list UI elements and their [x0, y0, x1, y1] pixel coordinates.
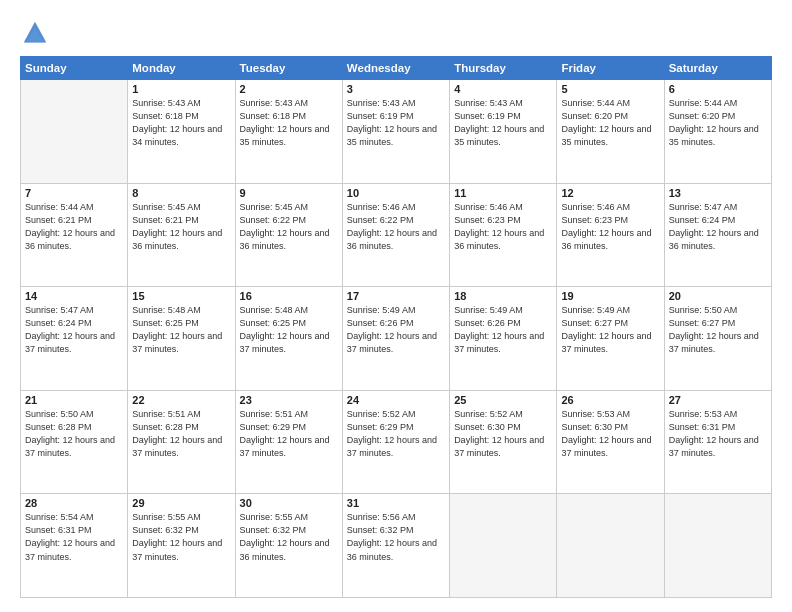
cell-info: Sunrise: 5:49 AMSunset: 6:26 PMDaylight:… — [454, 304, 552, 356]
day-number: 28 — [25, 497, 123, 509]
cell-info: Sunrise: 5:47 AMSunset: 6:24 PMDaylight:… — [669, 201, 767, 253]
calendar-cell — [664, 494, 771, 598]
calendar-cell: 4Sunrise: 5:43 AMSunset: 6:19 PMDaylight… — [450, 80, 557, 184]
calendar-col-friday: Friday — [557, 57, 664, 80]
day-number: 18 — [454, 290, 552, 302]
cell-info: Sunrise: 5:43 AMSunset: 6:18 PMDaylight:… — [240, 97, 338, 149]
cell-info: Sunrise: 5:45 AMSunset: 6:21 PMDaylight:… — [132, 201, 230, 253]
calendar-cell: 19Sunrise: 5:49 AMSunset: 6:27 PMDayligh… — [557, 287, 664, 391]
day-number: 6 — [669, 83, 767, 95]
day-number: 4 — [454, 83, 552, 95]
calendar-cell: 29Sunrise: 5:55 AMSunset: 6:32 PMDayligh… — [128, 494, 235, 598]
day-number: 27 — [669, 394, 767, 406]
cell-info: Sunrise: 5:43 AMSunset: 6:19 PMDaylight:… — [347, 97, 445, 149]
day-number: 19 — [561, 290, 659, 302]
calendar-cell — [557, 494, 664, 598]
day-number: 8 — [132, 187, 230, 199]
calendar-cell: 15Sunrise: 5:48 AMSunset: 6:25 PMDayligh… — [128, 287, 235, 391]
cell-info: Sunrise: 5:55 AMSunset: 6:32 PMDaylight:… — [240, 511, 338, 563]
cell-info: Sunrise: 5:49 AMSunset: 6:26 PMDaylight:… — [347, 304, 445, 356]
calendar-cell: 17Sunrise: 5:49 AMSunset: 6:26 PMDayligh… — [342, 287, 449, 391]
day-number: 23 — [240, 394, 338, 406]
logo — [20, 18, 54, 48]
cell-info: Sunrise: 5:46 AMSunset: 6:23 PMDaylight:… — [561, 201, 659, 253]
calendar-cell: 1Sunrise: 5:43 AMSunset: 6:18 PMDaylight… — [128, 80, 235, 184]
day-number: 26 — [561, 394, 659, 406]
day-number: 15 — [132, 290, 230, 302]
calendar-week-1: 1Sunrise: 5:43 AMSunset: 6:18 PMDaylight… — [21, 80, 772, 184]
calendar-cell: 6Sunrise: 5:44 AMSunset: 6:20 PMDaylight… — [664, 80, 771, 184]
cell-info: Sunrise: 5:53 AMSunset: 6:30 PMDaylight:… — [561, 408, 659, 460]
calendar-cell: 21Sunrise: 5:50 AMSunset: 6:28 PMDayligh… — [21, 390, 128, 494]
calendar-cell — [21, 80, 128, 184]
day-number: 3 — [347, 83, 445, 95]
calendar-cell: 12Sunrise: 5:46 AMSunset: 6:23 PMDayligh… — [557, 183, 664, 287]
calendar-cell: 16Sunrise: 5:48 AMSunset: 6:25 PMDayligh… — [235, 287, 342, 391]
calendar-week-2: 7Sunrise: 5:44 AMSunset: 6:21 PMDaylight… — [21, 183, 772, 287]
day-number: 7 — [25, 187, 123, 199]
cell-info: Sunrise: 5:52 AMSunset: 6:30 PMDaylight:… — [454, 408, 552, 460]
logo-icon — [20, 18, 50, 48]
cell-info: Sunrise: 5:44 AMSunset: 6:20 PMDaylight:… — [669, 97, 767, 149]
cell-info: Sunrise: 5:46 AMSunset: 6:22 PMDaylight:… — [347, 201, 445, 253]
calendar-cell: 30Sunrise: 5:55 AMSunset: 6:32 PMDayligh… — [235, 494, 342, 598]
calendar-cell: 7Sunrise: 5:44 AMSunset: 6:21 PMDaylight… — [21, 183, 128, 287]
day-number: 12 — [561, 187, 659, 199]
calendar-week-4: 21Sunrise: 5:50 AMSunset: 6:28 PMDayligh… — [21, 390, 772, 494]
calendar-cell: 8Sunrise: 5:45 AMSunset: 6:21 PMDaylight… — [128, 183, 235, 287]
day-number: 5 — [561, 83, 659, 95]
calendar-header-row: SundayMondayTuesdayWednesdayThursdayFrid… — [21, 57, 772, 80]
day-number: 10 — [347, 187, 445, 199]
calendar-col-sunday: Sunday — [21, 57, 128, 80]
cell-info: Sunrise: 5:47 AMSunset: 6:24 PMDaylight:… — [25, 304, 123, 356]
day-number: 9 — [240, 187, 338, 199]
calendar-cell: 26Sunrise: 5:53 AMSunset: 6:30 PMDayligh… — [557, 390, 664, 494]
day-number: 2 — [240, 83, 338, 95]
cell-info: Sunrise: 5:45 AMSunset: 6:22 PMDaylight:… — [240, 201, 338, 253]
cell-info: Sunrise: 5:56 AMSunset: 6:32 PMDaylight:… — [347, 511, 445, 563]
calendar-cell: 11Sunrise: 5:46 AMSunset: 6:23 PMDayligh… — [450, 183, 557, 287]
day-number: 30 — [240, 497, 338, 509]
cell-info: Sunrise: 5:43 AMSunset: 6:19 PMDaylight:… — [454, 97, 552, 149]
day-number: 20 — [669, 290, 767, 302]
calendar-cell: 28Sunrise: 5:54 AMSunset: 6:31 PMDayligh… — [21, 494, 128, 598]
cell-info: Sunrise: 5:51 AMSunset: 6:29 PMDaylight:… — [240, 408, 338, 460]
day-number: 11 — [454, 187, 552, 199]
cell-info: Sunrise: 5:43 AMSunset: 6:18 PMDaylight:… — [132, 97, 230, 149]
day-number: 21 — [25, 394, 123, 406]
calendar-cell: 3Sunrise: 5:43 AMSunset: 6:19 PMDaylight… — [342, 80, 449, 184]
cell-info: Sunrise: 5:53 AMSunset: 6:31 PMDaylight:… — [669, 408, 767, 460]
cell-info: Sunrise: 5:55 AMSunset: 6:32 PMDaylight:… — [132, 511, 230, 563]
calendar-col-wednesday: Wednesday — [342, 57, 449, 80]
calendar-cell: 20Sunrise: 5:50 AMSunset: 6:27 PMDayligh… — [664, 287, 771, 391]
calendar-cell: 9Sunrise: 5:45 AMSunset: 6:22 PMDaylight… — [235, 183, 342, 287]
cell-info: Sunrise: 5:44 AMSunset: 6:20 PMDaylight:… — [561, 97, 659, 149]
calendar-cell: 13Sunrise: 5:47 AMSunset: 6:24 PMDayligh… — [664, 183, 771, 287]
page: SundayMondayTuesdayWednesdayThursdayFrid… — [0, 0, 792, 612]
calendar-cell — [450, 494, 557, 598]
calendar-col-tuesday: Tuesday — [235, 57, 342, 80]
day-number: 14 — [25, 290, 123, 302]
day-number: 13 — [669, 187, 767, 199]
calendar-table: SundayMondayTuesdayWednesdayThursdayFrid… — [20, 56, 772, 598]
calendar-cell: 10Sunrise: 5:46 AMSunset: 6:22 PMDayligh… — [342, 183, 449, 287]
day-number: 17 — [347, 290, 445, 302]
day-number: 31 — [347, 497, 445, 509]
day-number: 24 — [347, 394, 445, 406]
cell-info: Sunrise: 5:52 AMSunset: 6:29 PMDaylight:… — [347, 408, 445, 460]
calendar-cell: 27Sunrise: 5:53 AMSunset: 6:31 PMDayligh… — [664, 390, 771, 494]
day-number: 22 — [132, 394, 230, 406]
cell-info: Sunrise: 5:46 AMSunset: 6:23 PMDaylight:… — [454, 201, 552, 253]
cell-info: Sunrise: 5:54 AMSunset: 6:31 PMDaylight:… — [25, 511, 123, 563]
cell-info: Sunrise: 5:51 AMSunset: 6:28 PMDaylight:… — [132, 408, 230, 460]
cell-info: Sunrise: 5:50 AMSunset: 6:28 PMDaylight:… — [25, 408, 123, 460]
day-number: 29 — [132, 497, 230, 509]
calendar-cell: 5Sunrise: 5:44 AMSunset: 6:20 PMDaylight… — [557, 80, 664, 184]
cell-info: Sunrise: 5:50 AMSunset: 6:27 PMDaylight:… — [669, 304, 767, 356]
calendar-col-monday: Monday — [128, 57, 235, 80]
calendar-cell: 31Sunrise: 5:56 AMSunset: 6:32 PMDayligh… — [342, 494, 449, 598]
calendar-cell: 18Sunrise: 5:49 AMSunset: 6:26 PMDayligh… — [450, 287, 557, 391]
day-number: 1 — [132, 83, 230, 95]
calendar-cell: 22Sunrise: 5:51 AMSunset: 6:28 PMDayligh… — [128, 390, 235, 494]
cell-info: Sunrise: 5:49 AMSunset: 6:27 PMDaylight:… — [561, 304, 659, 356]
